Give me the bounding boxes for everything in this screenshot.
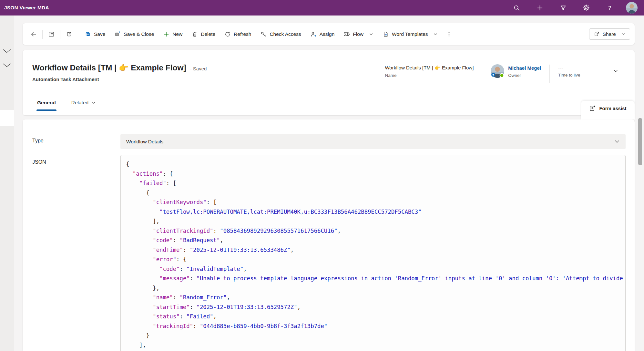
share-label: Share: [603, 31, 616, 37]
save-and-close-button[interactable]: Save & Close: [110, 28, 158, 40]
json-editor-field[interactable]: { "actions": { "failed": [ { "clientKeyw…: [120, 155, 626, 351]
header-field-owner: Michael Megel Owner: [482, 64, 549, 78]
header-field-name: Workflow Details [TM | 👉 Example Flow] N…: [385, 64, 482, 78]
add-plus-icon: [163, 31, 169, 37]
tab-related[interactable]: Related: [71, 100, 97, 115]
type-field-label: Type: [32, 138, 44, 144]
form-assist-icon: [589, 105, 596, 112]
collapsed-sidebar: [0, 15, 14, 351]
user-avatar[interactable]: [626, 2, 638, 14]
save-label: Save: [94, 31, 105, 37]
json-code-line: "trackingId": "044d885e-b859-4bb0-9b8f-3…: [126, 322, 625, 331]
save-and-close-label: Save & Close: [124, 31, 154, 37]
open-in-new-window-button[interactable]: [63, 28, 76, 41]
word-templates-label: Word Templates: [392, 31, 428, 37]
back-button[interactable]: [27, 28, 40, 41]
assign-person-icon: [310, 31, 317, 37]
app-window: { "topbar": { "app_title": "JSON Viewer …: [0, 0, 644, 351]
tab-general[interactable]: General: [36, 100, 56, 115]
json-code-line: "clientKeywords": [: [126, 198, 625, 207]
flow-button[interactable]: Flow: [339, 28, 378, 40]
assign-button[interactable]: Assign: [306, 28, 339, 40]
word-document-icon: W: [383, 31, 389, 37]
tab-general-label: General: [37, 100, 56, 106]
refresh-icon: [224, 31, 231, 37]
save-button[interactable]: Save: [80, 28, 109, 40]
search-icon[interactable]: [510, 1, 523, 15]
json-code-line: ],: [126, 341, 625, 350]
save-icon: [85, 31, 91, 37]
form-switcher-button[interactable]: [45, 28, 58, 41]
name-value: Workflow Details [TM | 👉 Example Flow]: [385, 65, 474, 71]
json-code-line: "endTime": "2025-12-01T19:33:13.6533486Z…: [126, 245, 625, 255]
form-assist-label: Form assist: [599, 106, 626, 111]
topbar-actions: [510, 1, 638, 15]
key-icon: [260, 31, 267, 37]
save-and-close-icon: [114, 31, 121, 37]
app-header-bar: JSON Viewer MDA: [0, 0, 644, 15]
json-code-line: "error": {: [126, 255, 625, 264]
quick-create-plus-icon[interactable]: [533, 1, 547, 15]
json-code-line: {: [126, 188, 625, 198]
json-code-line: "startTime": "2025-12-01T19:33:13.652957…: [126, 303, 625, 312]
sidebar-selected-item[interactable]: [0, 110, 14, 126]
form-tabs: General Related: [36, 100, 97, 115]
more-commands-button[interactable]: [443, 28, 455, 41]
header-summary-fields: Workflow Details [TM | 👉 Example Flow] N…: [385, 64, 620, 83]
json-code: { "actions": { "failed": [ { "clientKeyw…: [126, 160, 625, 350]
divider: [60, 30, 60, 39]
json-code-line: "clientTrackingId": "0858436989292963085…: [126, 226, 625, 236]
filter-icon[interactable]: [556, 1, 570, 15]
form-assist-button[interactable]: Form assist: [581, 101, 635, 119]
check-access-button[interactable]: Check Access: [256, 28, 305, 40]
share-icon: [594, 31, 600, 37]
settings-gear-icon[interactable]: [579, 1, 593, 15]
json-code-line: "code": "InvalidTemplate",: [126, 264, 625, 274]
form-body: Type Workflow Details JSON { "actions": …: [23, 119, 635, 351]
check-access-label: Check Access: [270, 31, 301, 37]
new-label: New: [172, 31, 182, 37]
owner-label: Owner: [508, 73, 541, 78]
json-field-label: JSON: [32, 159, 46, 165]
type-dropdown[interactable]: Workflow Details: [120, 134, 626, 149]
chevron-down-icon: [621, 32, 626, 36]
refresh-label: Refresh: [234, 31, 251, 37]
sidebar-chevron-down-icon[interactable]: [3, 63, 11, 67]
refresh-button[interactable]: Refresh: [220, 28, 255, 40]
word-templates-button[interactable]: W Word Templates: [378, 28, 442, 40]
chevron-down-icon: [433, 32, 438, 36]
app-title: JSON Viewer MDA: [4, 5, 49, 11]
json-code-line: "message": "Unable to process template l…: [126, 274, 625, 284]
sidebar-chevron-down-icon[interactable]: [3, 49, 11, 53]
json-code-line: ],: [126, 217, 625, 226]
help-icon[interactable]: [603, 1, 616, 15]
json-code-line: "name": "Random_Error",: [126, 293, 625, 303]
json-code-line: "code": "BadRequest",: [126, 236, 625, 245]
time-to-live-label: Time to live: [558, 73, 597, 77]
chevron-down-icon: [91, 100, 96, 105]
json-code-line: {: [126, 160, 625, 169]
share-button[interactable]: Share: [589, 28, 630, 40]
trash-icon: [191, 31, 198, 37]
delete-button[interactable]: Delete: [187, 28, 220, 40]
record-header: Workflow Details [TM | 👉 Example Flow] -…: [23, 50, 635, 115]
flow-icon: [343, 31, 350, 37]
entity-name: Automation Task Attachment: [32, 77, 207, 82]
vertical-scrollbar-thumb[interactable]: [638, 118, 642, 165]
json-code-line: "status": "Failed",: [126, 312, 625, 322]
chevron-down-icon: [369, 32, 373, 36]
page-title: Workflow Details [TM | 👉 Example Flow]: [32, 63, 186, 72]
json-code-line: "actions": {: [126, 169, 625, 179]
owner-link[interactable]: Michael Megel: [508, 65, 541, 71]
json-code-line: "testFlow,lc:POWERAUTOMATE,lcat:PREMIUM4…: [126, 207, 625, 217]
tab-related-label: Related: [71, 100, 88, 106]
save-status: - Saved: [190, 66, 207, 71]
header-expand-chevron-icon[interactable]: [612, 67, 620, 75]
new-button[interactable]: New: [159, 28, 187, 40]
delete-label: Delete: [201, 31, 215, 37]
json-code-line: }: [126, 331, 625, 341]
flow-label: Flow: [353, 31, 363, 37]
json-code-line: },: [126, 284, 625, 293]
owner-avatar: [491, 64, 504, 78]
command-bar: Save Save & Close New Delete Refresh: [23, 23, 635, 45]
